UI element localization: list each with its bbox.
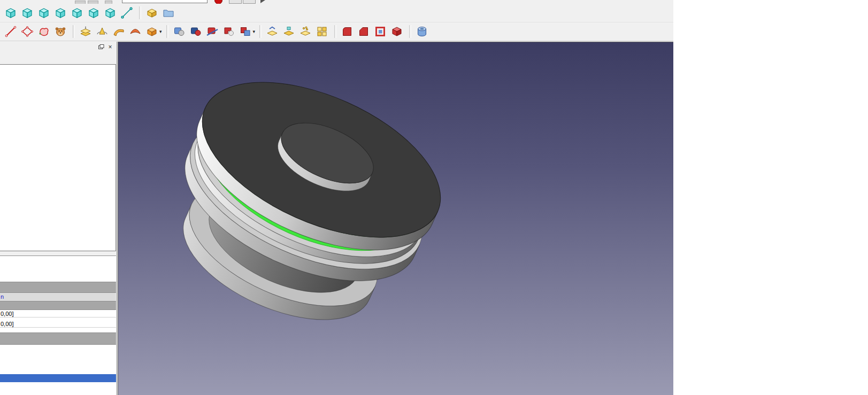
property-group-row[interactable]	[0, 332, 116, 345]
toolbar-separator	[166, 25, 168, 38]
view-toolbar	[0, 4, 673, 22]
screen: ▾▾ × n 0,00] 0,00]	[0, 0, 868, 395]
property-name-cell[interactable]: n	[0, 293, 116, 301]
cut-icon[interactable]	[221, 24, 236, 39]
combo-view-panel: × n 0,00] 0,00]	[0, 42, 117, 395]
undock-panel-icon[interactable]	[97, 43, 105, 51]
revolve-icon[interactable]	[95, 24, 110, 39]
join-embed-icon[interactable]	[281, 24, 296, 39]
boolean-icon[interactable]	[172, 24, 187, 39]
toolbar-separator	[259, 25, 262, 38]
dropdown-caret-icon[interactable]: ▾	[253, 29, 256, 34]
property-group-row[interactable]	[0, 301, 116, 310]
extrude-icon[interactable]	[78, 24, 93, 39]
measure-distance-icon[interactable]	[119, 5, 134, 20]
thickness-icon[interactable]	[373, 24, 388, 39]
property-group-row[interactable]	[0, 282, 116, 293]
view-left-icon[interactable]	[103, 5, 118, 20]
property-value-cell[interactable]: 0,00]	[0, 320, 116, 328]
view-right-icon[interactable]	[53, 5, 68, 20]
tube-icon[interactable]	[414, 24, 429, 39]
close-panel-icon[interactable]: ×	[106, 43, 114, 51]
view-fit-all-icon[interactable]	[3, 5, 18, 20]
panel-titlebar[interactable]: ×	[0, 42, 117, 52]
mascot-icon[interactable]	[53, 24, 68, 39]
dropdown-caret-icon[interactable]: ▾	[159, 29, 162, 34]
property-grid-gap	[0, 328, 116, 332]
join-connect-icon[interactable]	[265, 24, 280, 39]
join-cutout-icon[interactable]	[298, 24, 313, 39]
3d-scene	[118, 42, 673, 395]
selected-property-row[interactable]	[0, 374, 116, 382]
freecad-window: ▾▾ × n 0,00] 0,00]	[0, 0, 673, 395]
property-grid-blank	[0, 256, 116, 282]
sweep-icon[interactable]	[111, 24, 126, 39]
view-top-icon[interactable]	[36, 5, 51, 20]
polygon-tool-icon[interactable]	[20, 24, 35, 39]
primitives-icon[interactable]	[144, 24, 159, 39]
property-grid-blank	[0, 382, 116, 395]
xor-icon[interactable]	[238, 24, 253, 39]
record-macro-icon[interactable]	[214, 0, 222, 4]
section-icon[interactable]	[205, 24, 220, 39]
shape-builder-icon[interactable]	[36, 24, 51, 39]
property-value-cell[interactable]: 0,00]	[0, 310, 116, 317]
macro-combobox[interactable]	[122, 0, 208, 3]
model-tree[interactable]	[0, 64, 116, 251]
line-tool-icon[interactable]	[3, 24, 18, 39]
3d-viewport[interactable]	[118, 42, 673, 395]
common-icon[interactable]	[188, 24, 203, 39]
fillet-icon[interactable]	[340, 24, 355, 39]
property-editor: n 0,00] 0,00]	[0, 255, 116, 395]
clipped-menubar-strip	[0, 0, 673, 4]
toolbar-separator	[334, 25, 336, 38]
loft-icon[interactable]	[128, 24, 143, 39]
chamfer-icon[interactable]	[356, 24, 371, 39]
edit-macro-icon[interactable]	[243, 0, 256, 4]
part-workbench-icon[interactable]	[144, 5, 159, 20]
view-rear-icon[interactable]	[70, 5, 85, 20]
property-grid-blank	[0, 345, 116, 374]
refine-shape-icon[interactable]	[389, 24, 404, 39]
toolbar-separator	[139, 6, 141, 19]
stop-macro-icon[interactable]	[229, 0, 242, 4]
part-toolbar: ▾▾	[0, 22, 673, 41]
open-folder-icon[interactable]	[161, 5, 176, 20]
toolbar-separator	[73, 25, 75, 38]
view-bottom-icon[interactable]	[86, 5, 101, 20]
split-icon[interactable]	[314, 24, 329, 39]
view-front-icon[interactable]	[20, 5, 35, 20]
play-macro-icon[interactable]	[260, 0, 265, 3]
toolbar-separator	[409, 25, 411, 38]
